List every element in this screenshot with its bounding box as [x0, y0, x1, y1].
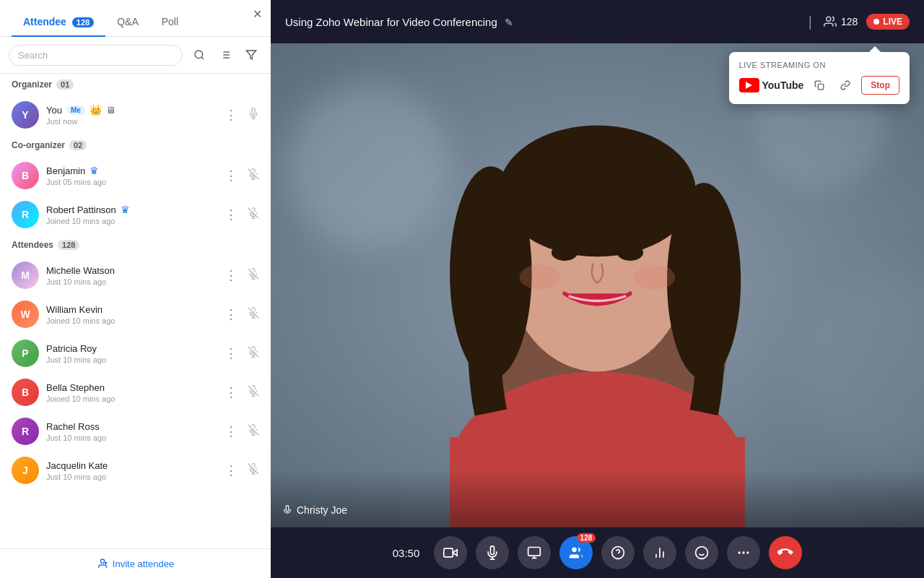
avatar-jacquelin: J — [12, 457, 39, 484]
attendee-rachel: R Rachel Ross Just 10 mins ago ⋮ — [0, 412, 271, 451]
svg-marker-8 — [246, 51, 256, 59]
mic-muted-jacquelin — [248, 463, 259, 478]
tab-qa[interactable]: Q&A — [105, 7, 150, 36]
mic-muted-rachel — [248, 424, 259, 439]
avatar-robert: R — [12, 201, 39, 228]
svg-point-51 — [552, 244, 578, 261]
screenshare-button[interactable] — [518, 536, 551, 569]
attendees-badge: 128 — [577, 533, 596, 543]
more-options-robert[interactable]: ⋮ — [220, 205, 242, 224]
live-dot — [873, 19, 879, 25]
crown-outline-benjamin: ♛ — [90, 165, 99, 176]
svg-rect-60 — [528, 548, 541, 556]
mic-icon-you — [248, 108, 259, 122]
attendee-benjamin: B Benjamin ♛ Just 05 mins ago ⋮ — [0, 156, 271, 195]
attendees-section-header: Attendees 128 — [0, 234, 271, 256]
avatar-william: W — [12, 301, 39, 328]
mic-button[interactable] — [476, 536, 509, 569]
more-options-william[interactable]: ⋮ — [220, 305, 242, 324]
svg-point-35 — [100, 559, 104, 563]
attendee-jacquelin: J Jacquelin Kate Just 10 mins ago ⋮ — [0, 451, 271, 490]
edit-title-icon[interactable]: ✎ — [505, 17, 513, 28]
svg-point-38 — [827, 17, 831, 21]
svg-rect-55 — [819, 84, 824, 90]
mic-muted-william — [248, 307, 259, 322]
svg-rect-57 — [444, 548, 453, 557]
svg-point-69 — [696, 547, 708, 559]
attendee-robert: R Robert Pattinson ♛ Joined 10 mins ago … — [0, 195, 271, 234]
sort-icon[interactable] — [214, 44, 236, 66]
svg-point-54 — [635, 265, 676, 290]
video-background — [271, 43, 924, 527]
more-button[interactable] — [727, 536, 760, 569]
attendee-patricia: P Patricia Roy Just 10 mins ago ⋮ — [0, 334, 271, 373]
speaker-name: Christy Joe — [282, 504, 347, 516]
attendee-you: Y You Me 👑 🖥 Just now ⋮ — [0, 95, 271, 134]
webinar-title: Using Zoho Webinar for Video Conferencin… — [285, 16, 797, 28]
crown-icon: 👑 — [90, 104, 102, 116]
invite-attendee-button[interactable]: Invite attendee — [0, 548, 271, 578]
svg-marker-56 — [453, 550, 458, 556]
svg-point-63 — [572, 548, 577, 553]
video-overlay-gradient — [271, 470, 924, 527]
more-options-bella[interactable]: ⋮ — [220, 383, 242, 402]
top-bar: Using Zoho Webinar for Video Conferencin… — [271, 0, 924, 43]
filter-icon[interactable] — [240, 44, 262, 66]
live-badge: LIVE — [866, 14, 910, 30]
search-input[interactable] — [9, 45, 183, 66]
end-call-button[interactable] — [769, 536, 802, 569]
youtube-icon — [739, 78, 759, 92]
sidebar: ✕ Attendee 128 Q&A Poll — [0, 0, 271, 578]
avatar-benjamin: B — [12, 162, 39, 189]
video-button[interactable] — [434, 536, 467, 569]
attendee-bella: B Bella Stephen Joined 10 mins ago ⋮ — [0, 373, 271, 412]
more-options-you[interactable]: ⋮ — [220, 105, 242, 124]
svg-line-1 — [201, 57, 204, 59]
close-button[interactable]: ✕ — [253, 7, 262, 21]
call-timer: 03:50 — [393, 547, 420, 559]
reactions-button[interactable] — [685, 536, 718, 569]
svg-point-53 — [520, 265, 561, 290]
sidebar-tabs: Attendee 128 Q&A Poll — [0, 0, 271, 37]
crown-outline-robert: ♛ — [121, 204, 130, 215]
avatar-michelle: M — [12, 262, 39, 289]
poll-button[interactable] — [643, 536, 676, 569]
svg-point-52 — [617, 244, 643, 261]
live-streaming-popup: LIVE STREAMING ON YouTube Stop — [729, 52, 910, 104]
video-feed — [271, 43, 924, 527]
more-options-jacquelin[interactable]: ⋮ — [220, 461, 242, 480]
copy-link-button[interactable] — [835, 75, 855, 95]
attendee-list: Organizer 01 Y You Me 👑 🖥 Just now ⋮ — [0, 74, 271, 548]
tab-attendee[interactable]: Attendee 128 — [12, 7, 105, 36]
svg-point-0 — [195, 51, 203, 59]
qa-button[interactable] — [601, 536, 635, 569]
more-options-patricia[interactable]: ⋮ — [220, 344, 242, 363]
screen-share-icon: 🖥 — [106, 105, 116, 116]
mic-muted-bella — [248, 385, 259, 400]
svg-point-40 — [286, 85, 450, 249]
attendee-actions-you: ⋮ — [220, 105, 259, 124]
copy-embed-button[interactable] — [809, 75, 829, 95]
tab-poll[interactable]: Poll — [150, 7, 190, 36]
attendee-william: W William Kevin Joined 10 mins ago ⋮ — [0, 295, 271, 334]
stop-streaming-button[interactable]: Stop — [861, 76, 899, 95]
svg-point-74 — [746, 551, 749, 553]
mic-muted-robert — [248, 207, 259, 222]
mic-muted-patricia — [248, 346, 259, 361]
attendees-button[interactable]: 128 — [559, 536, 593, 569]
more-options-rachel[interactable]: ⋮ — [220, 422, 242, 441]
bottom-bar: 03:50 128 — [271, 527, 924, 578]
attendee-info-you: You Me 👑 🖥 Just now — [46, 104, 213, 126]
search-icon[interactable] — [188, 44, 210, 66]
more-options-benjamin[interactable]: ⋮ — [220, 166, 242, 185]
mic-muted-benjamin — [248, 168, 259, 183]
more-options-michelle[interactable]: ⋮ — [220, 266, 242, 285]
coorganizer-section-header: Co-organizer 02 — [0, 134, 271, 156]
avatar-patricia: P — [12, 340, 39, 367]
youtube-logo: YouTube — [739, 78, 804, 92]
organizer-section-header: Organizer 01 — [0, 74, 271, 95]
avatar-rachel: R — [12, 418, 39, 445]
avatar-you: Y — [12, 101, 39, 129]
attendee-count: 128 — [824, 15, 858, 28]
attendee-michelle: M Michelle Watson Just 10 mins ago ⋮ — [0, 256, 271, 295]
